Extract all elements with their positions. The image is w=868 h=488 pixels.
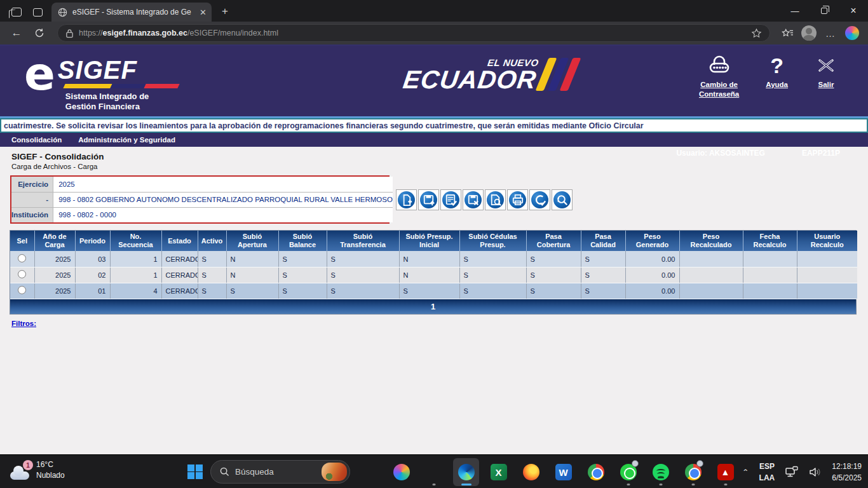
- lock-icon: [65, 29, 74, 38]
- window-restore-icon[interactable]: [810, 0, 839, 22]
- profile-avatar[interactable]: [801, 25, 817, 41]
- change-password-link[interactable]: Cambio de Contraseña: [699, 55, 739, 99]
- app-header: e SIGEF Sistema Integrado de Gestión Fin…: [0, 46, 868, 116]
- taskbar-app-word[interactable]: W: [550, 458, 576, 486]
- globe-icon: [58, 8, 67, 17]
- language-indicator[interactable]: ESPLAA: [759, 461, 775, 484]
- table-cell: 0.00: [625, 251, 679, 267]
- filters-link[interactable]: Filtros:: [11, 320, 36, 327]
- weather-temp: 16°C: [36, 460, 53, 469]
- new-tab-icon[interactable]: +: [222, 5, 228, 18]
- taskbar-app-spotify[interactable]: [648, 458, 674, 486]
- new-document-button[interactable]: [396, 189, 417, 210]
- search-button[interactable]: [552, 189, 573, 210]
- window-minimize-icon[interactable]: —: [780, 0, 810, 22]
- tab-close-icon[interactable]: ✕: [200, 8, 207, 17]
- table-cell: 2025: [34, 267, 75, 283]
- logo-e: e: [24, 52, 55, 112]
- table-cell: [797, 267, 857, 283]
- help-icon: ?: [770, 55, 783, 76]
- clock[interactable]: 12:18:19 6/5/2025: [832, 461, 862, 484]
- start-button[interactable]: [187, 464, 202, 479]
- help-link[interactable]: ? Ayuda: [766, 55, 788, 99]
- tab-actions-icon[interactable]: [33, 8, 43, 17]
- row-select-radio[interactable]: [18, 270, 26, 278]
- running-indicator: [627, 484, 630, 485]
- column-header: Peso Recalculado: [679, 231, 743, 251]
- preview-document-icon: [487, 191, 504, 208]
- running-indicator: [724, 484, 727, 485]
- favorites-bar-icon[interactable]: [779, 25, 796, 41]
- volume-icon[interactable]: [809, 466, 822, 478]
- column-header: Subió Presup. Inicial: [399, 231, 459, 251]
- network-icon[interactable]: [785, 466, 799, 478]
- column-header: Fecha Recalculo: [743, 231, 797, 251]
- browser-toolbar: ← https://esigef.finanzas.gob.ec/eSIGEF/…: [0, 22, 868, 46]
- flag-stripe: [63, 84, 179, 88]
- taskbar-app-excel[interactable]: X: [485, 458, 512, 486]
- row-select-radio[interactable]: [18, 286, 26, 294]
- browser-tab[interactable]: eSIGEF - Sistema Integrado de Ge ✕: [51, 3, 212, 22]
- table-cell: S: [459, 251, 526, 267]
- table-cell: 2025: [34, 251, 75, 267]
- table-cell: S: [459, 283, 526, 299]
- taskbar-app-task-view[interactable]: [356, 458, 382, 486]
- column-header: Estado: [161, 231, 198, 251]
- logo-subtitle: Sistema Integrado de Gestión Financiera: [65, 92, 179, 112]
- search-highlight-image[interactable]: [322, 463, 347, 481]
- column-header: Año de Carga: [34, 231, 75, 251]
- exit-link[interactable]: Salir: [815, 55, 837, 99]
- form-row: Institución998 - 0802 - 0000: [11, 207, 393, 222]
- table-cell: N: [226, 251, 278, 267]
- refresh-icon[interactable]: [31, 24, 48, 42]
- taskbar-app-edge[interactable]: [453, 458, 479, 486]
- form-value[interactable]: 998 - 0802 - 0000: [53, 207, 393, 222]
- validate-form-button[interactable]: [440, 189, 461, 210]
- taskbar-app-whatsapp[interactable]: [615, 458, 641, 486]
- taskbar-search[interactable]: Búsqueda: [210, 460, 350, 484]
- password-lock-icon: [707, 55, 732, 76]
- bookmark-star-icon[interactable]: [751, 28, 762, 39]
- ecuador-main-text: ECUADOR: [402, 68, 538, 91]
- row-select-radio[interactable]: [18, 254, 26, 262]
- user-label: Usuario: AKSOSAINTEG: [676, 149, 765, 158]
- copilot-icon[interactable]: [844, 25, 860, 41]
- weather-widget[interactable]: 1 16°C Nublado: [9, 459, 65, 482]
- taskbar-app-acrobat[interactable]: ▲: [712, 458, 738, 486]
- running-indicator: [461, 484, 471, 485]
- table-row: 2025031CERRADOSNSSNSSS0.00: [10, 251, 857, 267]
- menu-item-administraci-n-y-seguridad[interactable]: Administración y Seguridad: [78, 136, 175, 144]
- tray-chevron-icon[interactable]: ⌃: [742, 468, 749, 476]
- table-cell: [679, 267, 743, 283]
- table-cell: 0.00: [625, 267, 679, 283]
- browser-menu-icon[interactable]: …: [822, 25, 839, 41]
- workspaces-icon[interactable]: [11, 8, 22, 17]
- window-close-icon[interactable]: ×: [839, 0, 868, 22]
- table-cell: CERRADO: [161, 267, 198, 283]
- print-button[interactable]: [507, 189, 528, 210]
- taskbar-app-chrome[interactable]: [583, 458, 609, 486]
- form-value[interactable]: 998 - 0802 GOBIERNO AUTONOMO DESCENTRALI…: [53, 192, 393, 207]
- form-value[interactable]: 2025: [53, 177, 393, 192]
- url-text: https://esigef.finanzas.gob.ec/eSIGEF/me…: [79, 29, 746, 37]
- search-icon: [553, 191, 571, 208]
- menu-item-consolidaci-n[interactable]: Consolidación: [11, 136, 62, 144]
- tab-title: eSIGEF - Sistema Integrado de Ge: [72, 8, 194, 17]
- taskbar-app-firefox[interactable]: [518, 458, 544, 486]
- save-upload-button[interactable]: [418, 189, 439, 210]
- logo-sigef: SIGEF: [58, 57, 179, 83]
- back-icon[interactable]: ←: [8, 24, 25, 42]
- table-cell: S: [278, 267, 327, 283]
- taskbar-app-file-explorer[interactable]: [421, 458, 447, 486]
- table-cell: [797, 283, 857, 299]
- delete-record-button[interactable]: [463, 189, 484, 210]
- page-number[interactable]: 1: [431, 302, 435, 311]
- save-upload-icon: [420, 191, 437, 208]
- preview-document-button[interactable]: [485, 189, 506, 210]
- confirm-button[interactable]: [529, 189, 550, 210]
- taskbar-app-chrome-profile[interactable]: [680, 458, 706, 486]
- tray-date: 6/5/2025: [832, 473, 862, 482]
- taskbar-app-copilot[interactable]: [388, 458, 414, 486]
- file-explorer-icon: [426, 464, 442, 480]
- address-bar[interactable]: https://esigef.finanzas.gob.ec/eSIGEF/me…: [57, 24, 770, 42]
